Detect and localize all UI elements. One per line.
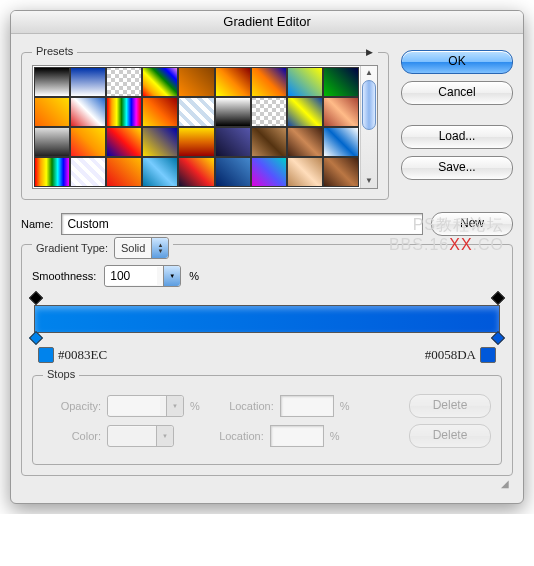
color-stop-left[interactable] — [31, 333, 41, 345]
preset-swatch[interactable] — [251, 157, 287, 187]
bucket-icon — [38, 347, 54, 363]
preset-scrollbar[interactable]: ▲ ▼ — [360, 66, 377, 188]
preset-swatch[interactable] — [251, 97, 287, 127]
preset-grid — [33, 66, 360, 188]
gradient-bar[interactable] — [34, 305, 500, 333]
preset-swatch[interactable] — [323, 157, 359, 187]
gradient-editor-window: Gradient Editor Presets ▶ — [10, 10, 524, 504]
presets-legend: Presets — [32, 45, 77, 57]
opacity-unit: % — [190, 400, 200, 412]
action-buttons: OK Cancel Load... Save... — [401, 44, 513, 200]
cancel-button[interactable]: Cancel — [401, 81, 513, 105]
preset-swatch[interactable] — [215, 97, 251, 127]
color-label: Color: — [43, 430, 101, 442]
new-button[interactable]: New — [431, 212, 513, 236]
preset-swatch[interactable] — [178, 97, 214, 127]
opacity-stop-left[interactable] — [31, 293, 41, 305]
preset-swatch[interactable] — [142, 67, 178, 97]
gradient-type-label: Gradient Type: — [36, 242, 108, 254]
preset-swatch[interactable] — [215, 157, 251, 187]
delete-opacity-stop-button: Delete — [409, 394, 491, 418]
preset-swatch[interactable] — [251, 127, 287, 157]
load-button[interactable]: Load... — [401, 125, 513, 149]
preset-swatch[interactable] — [215, 67, 251, 97]
chevron-updown-icon: ▲▼ — [151, 238, 168, 258]
location-label: Location: — [216, 400, 274, 412]
stops-legend: Stops — [43, 368, 79, 380]
preset-swatch[interactable] — [142, 97, 178, 127]
color-value-input: ▼ — [107, 425, 174, 447]
opacity-value-input: ▼ — [107, 395, 184, 417]
scroll-up-icon[interactable]: ▲ — [361, 66, 377, 80]
scroll-thumb[interactable] — [362, 80, 376, 130]
preset-swatch[interactable] — [215, 127, 251, 157]
stops-fieldset: Stops Opacity: ▼ % Location: % Delete Co… — [32, 375, 502, 465]
opacity-stop-right[interactable] — [493, 293, 503, 305]
save-button[interactable]: Save... — [401, 156, 513, 180]
preset-swatch[interactable] — [323, 67, 359, 97]
opacity-location-field — [280, 395, 334, 417]
ok-button[interactable]: OK — [401, 50, 513, 74]
preset-swatch[interactable] — [70, 157, 106, 187]
window-title: Gradient Editor — [11, 11, 523, 34]
presets-flyout-icon[interactable]: ▶ — [366, 47, 378, 59]
scroll-down-icon[interactable]: ▼ — [361, 174, 377, 188]
color-stop-row: Color: ▼ % Location: % Delete — [43, 424, 491, 448]
location-unit: % — [330, 430, 340, 442]
name-row: Name: New — [21, 212, 513, 236]
gradient-preview-wrap — [34, 305, 500, 333]
right-color-hex: #0058DA — [425, 347, 476, 363]
preset-swatch[interactable] — [287, 67, 323, 97]
preset-swatch[interactable] — [34, 127, 70, 157]
opacity-value-field — [108, 397, 160, 415]
preset-swatch[interactable] — [106, 127, 142, 157]
left-color-hex: #0083EC — [58, 347, 107, 363]
preset-swatch[interactable] — [142, 127, 178, 157]
preset-swatch[interactable] — [34, 97, 70, 127]
preset-swatch[interactable] — [323, 127, 359, 157]
preset-swatch[interactable] — [142, 157, 178, 187]
opacity-stop-row: Opacity: ▼ % Location: % Delete — [43, 394, 491, 418]
opacity-label: Opacity: — [43, 400, 101, 412]
preset-swatch[interactable] — [287, 97, 323, 127]
resize-grip-icon[interactable]: ◢ — [21, 476, 513, 493]
name-label: Name: — [21, 218, 53, 230]
color-readout-row: #0083EC #0058DA — [34, 347, 500, 363]
color-location-field — [270, 425, 324, 447]
gradient-settings-fieldset: Gradient Type: Solid ▲▼ PS教程论坛 BBS.16XX.… — [21, 244, 513, 476]
preset-swatch[interactable] — [106, 97, 142, 127]
preset-swatch[interactable] — [106, 67, 142, 97]
chevron-down-icon: ▼ — [156, 426, 173, 446]
delete-color-stop-button: Delete — [409, 424, 491, 448]
window-content: Presets ▶ — [11, 34, 523, 503]
preset-swatch[interactable] — [287, 157, 323, 187]
preset-swatch[interactable] — [34, 67, 70, 97]
preset-swatch[interactable] — [178, 67, 214, 97]
chevron-down-icon[interactable]: ▼ — [163, 266, 180, 286]
gradient-type-select[interactable]: Solid ▲▼ — [114, 237, 169, 259]
gradient-type-legend: Gradient Type: Solid ▲▼ — [32, 237, 173, 259]
location-unit: % — [340, 400, 350, 412]
smoothness-unit: % — [189, 270, 199, 282]
smoothness-field[interactable] — [105, 267, 157, 285]
preset-swatch[interactable] — [106, 157, 142, 187]
preset-swatch[interactable] — [34, 157, 70, 187]
bucket-icon — [480, 347, 496, 363]
preset-swatch[interactable] — [70, 97, 106, 127]
preset-swatch[interactable] — [178, 127, 214, 157]
location-label: Location: — [206, 430, 264, 442]
gradient-type-value: Solid — [121, 242, 145, 254]
preset-swatch[interactable] — [178, 157, 214, 187]
chevron-down-icon: ▼ — [166, 396, 183, 416]
gradient-name-input[interactable] — [61, 213, 423, 235]
preset-swatch[interactable] — [323, 97, 359, 127]
color-stop-right[interactable] — [493, 333, 503, 345]
preset-swatch[interactable] — [287, 127, 323, 157]
preset-swatch[interactable] — [251, 67, 287, 97]
preset-swatch[interactable] — [70, 67, 106, 97]
smoothness-input[interactable]: ▼ — [104, 265, 181, 287]
preset-swatch[interactable] — [70, 127, 106, 157]
presets-fieldset: Presets ▶ — [21, 52, 389, 200]
preset-list: ▲ ▼ — [32, 65, 378, 189]
smoothness-label: Smoothness: — [32, 270, 96, 282]
